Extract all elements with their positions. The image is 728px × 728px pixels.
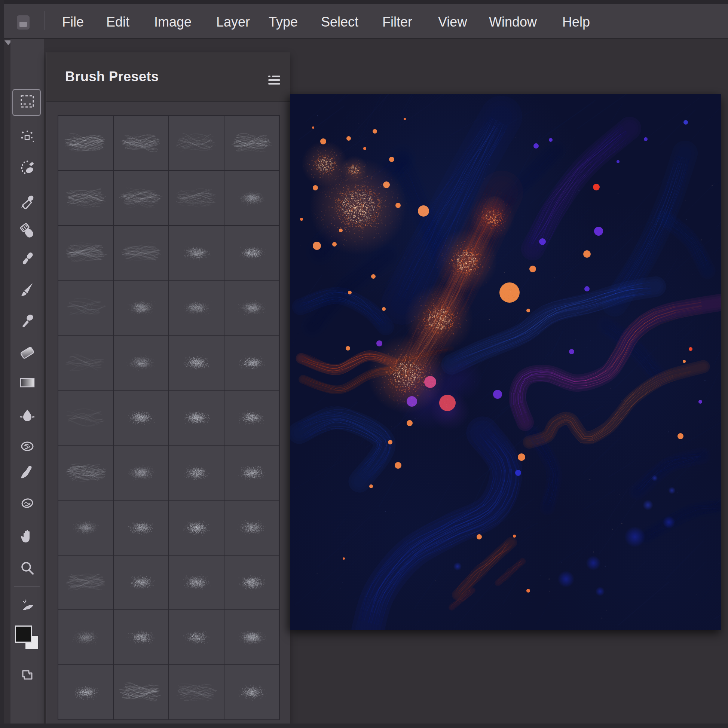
brush-preset-15[interactable] [169, 281, 224, 335]
hand-tool-icon [18, 528, 36, 546]
lasso-points-tool[interactable] [11, 125, 44, 149]
brush-preset-36[interactable] [225, 555, 279, 610]
smudge-alt-tool-icon [18, 494, 36, 512]
window-left-edge [0, 0, 4, 728]
eraser-tool[interactable] [11, 341, 44, 365]
duplicate-tool[interactable] [11, 662, 44, 687]
brush-preset-3[interactable] [169, 116, 224, 170]
brush-preset-17[interactable] [58, 336, 113, 390]
blur-drop-tool-icon [18, 407, 36, 425]
smudge-tool[interactable] [11, 434, 44, 458]
airbrush-tool[interactable] [11, 460, 44, 484]
paintbrush-tool-icon [18, 191, 36, 210]
round-brush-tool[interactable] [11, 309, 44, 333]
panel-menu-icon[interactable] [268, 76, 280, 85]
brush-preset-29[interactable] [58, 500, 113, 555]
tool-bar [11, 39, 44, 723]
brush-preset-25[interactable] [58, 445, 113, 500]
hand-tool[interactable] [11, 525, 44, 548]
window-bottom-edge [0, 723, 728, 728]
brush-preset-13[interactable] [58, 281, 113, 335]
brush-preset-26[interactable] [114, 445, 168, 500]
brush-preset-43[interactable] [169, 665, 224, 719]
brush-preset-39[interactable] [169, 610, 224, 664]
menu-item-layer[interactable]: Layer [216, 4, 250, 39]
color-swatches [11, 626, 44, 655]
brush-preset-37[interactable] [58, 610, 113, 664]
brush-sparkle-tool[interactable] [11, 593, 44, 617]
brush-preset-32[interactable] [225, 500, 279, 555]
brush-preset-5[interactable] [58, 171, 113, 225]
brush-preset-8[interactable] [225, 171, 279, 225]
brush-preset-30[interactable] [114, 500, 168, 555]
zoom-tool-icon [18, 559, 36, 577]
menu-item-view[interactable]: View [438, 4, 467, 39]
brush-preset-35[interactable] [169, 555, 224, 610]
brush-preset-23[interactable] [169, 390, 224, 445]
brush-preset-11[interactable] [169, 226, 224, 280]
eyedropper-tool-icon [18, 250, 36, 268]
brush-preset-38[interactable] [114, 610, 168, 664]
zoom-tool[interactable] [11, 556, 44, 580]
menu-item-filter[interactable]: Filter [382, 4, 412, 39]
brush-preset-4[interactable] [225, 116, 279, 170]
brush-preset-41[interactable] [58, 665, 113, 719]
app-icon[interactable] [17, 15, 29, 29]
brush-preset-7[interactable] [169, 171, 224, 225]
menu-item-window[interactable]: Window [489, 4, 537, 39]
brush-preset-28[interactable] [225, 445, 279, 500]
menu-separator [44, 11, 44, 30]
menu-item-select[interactable]: Select [321, 4, 358, 39]
menu-item-type[interactable]: Type [269, 4, 298, 39]
duplicate-icon [18, 665, 36, 684]
smudge-alt-tool[interactable] [11, 491, 44, 515]
cone-brush-tool-icon [18, 281, 36, 299]
brush-preset-12[interactable] [225, 226, 279, 280]
clone-stamp-tool[interactable] [11, 219, 44, 243]
rotate-wheel-tool[interactable] [11, 156, 44, 180]
brush-preset-31[interactable] [169, 500, 224, 555]
paintbrush-tool[interactable] [11, 188, 44, 213]
gradient-tool[interactable] [11, 371, 44, 395]
cone-brush-tool[interactable] [11, 278, 44, 302]
brush-preset-22[interactable] [114, 390, 168, 445]
canvas-document[interactable] [290, 94, 721, 630]
brush-preset-20[interactable] [225, 336, 279, 390]
menu-item-help[interactable]: Help [562, 4, 590, 39]
blur-drop-tool[interactable] [11, 404, 44, 428]
brush-preset-24[interactable] [225, 390, 279, 445]
brush-preset-18[interactable] [114, 336, 168, 390]
eyedropper-tool[interactable] [11, 247, 44, 271]
brush-preset-9[interactable] [58, 226, 113, 280]
marquee-tool[interactable] [11, 90, 44, 114]
menu-item-image[interactable]: Image [154, 4, 191, 39]
marquee-tool-icon [18, 93, 36, 111]
brush-preset-16[interactable] [225, 281, 279, 335]
artwork-canvas[interactable] [290, 94, 721, 630]
gradient-tool-icon [18, 374, 36, 392]
brush-preset-42[interactable] [114, 665, 168, 719]
lasso-points-tool-icon [18, 128, 36, 146]
panel-header: Brush Presets [46, 52, 290, 102]
brush-preset-44[interactable] [225, 665, 279, 719]
eraser-tool-icon [18, 344, 36, 362]
brush-preset-33[interactable] [58, 555, 113, 610]
foreground-color-swatch[interactable] [15, 626, 32, 643]
brush-preset-10[interactable] [114, 226, 168, 280]
brush-preset-2[interactable] [114, 116, 168, 170]
round-brush-tool-icon [18, 312, 36, 330]
brush-preset-14[interactable] [114, 281, 168, 335]
brush-preset-27[interactable] [169, 445, 224, 500]
brush-presets-panel: Brush Presets [46, 52, 290, 725]
menu-item-edit[interactable]: Edit [106, 4, 130, 39]
brush-preset-19[interactable] [169, 336, 224, 390]
brush-preset-34[interactable] [114, 555, 168, 610]
brush-preset-40[interactable] [225, 610, 279, 664]
menu-item-file[interactable]: File [62, 4, 84, 39]
brush-preset-21[interactable] [58, 390, 113, 445]
brush-preset-6[interactable] [114, 171, 168, 225]
menu-bar: FileEditImageLayerTypeSelectFilterViewWi… [4, 4, 728, 39]
rotate-wheel-tool-icon [18, 159, 36, 177]
brush-preset-1[interactable] [58, 116, 113, 170]
brush-sparkle-tool-icon [18, 596, 36, 614]
